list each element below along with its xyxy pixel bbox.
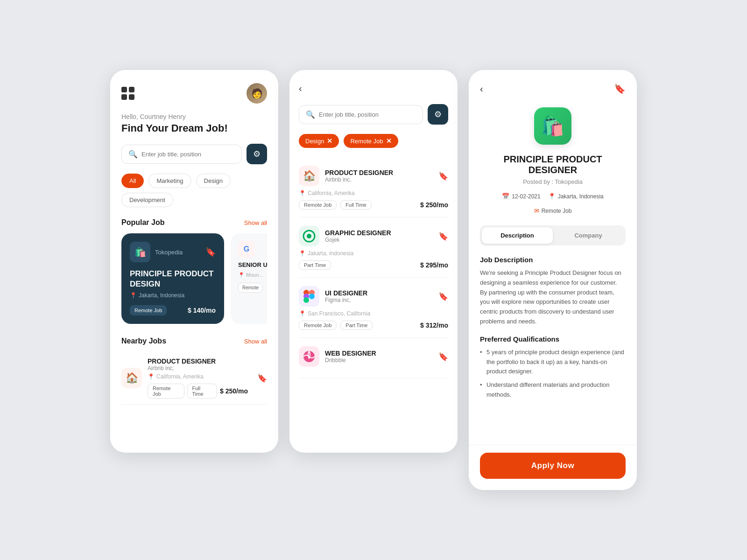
featured-job-card[interactable]: 🛍️ Tokopedia 🔖 PRINCIPLE PRODUCT DESIGN … bbox=[121, 233, 224, 324]
featured-bookmark-icon[interactable]: 🔖 bbox=[205, 247, 216, 257]
figma-location: 📍 San Francisco, California bbox=[299, 310, 448, 317]
tab-development[interactable]: Development bbox=[121, 193, 173, 207]
gojek-job-title: GRAPHIC DESIGNER bbox=[325, 229, 391, 237]
featured-job-title: PRINCIPLE PRODUCT DESIGN bbox=[130, 269, 216, 289]
featured-badge: Remote Job bbox=[130, 305, 167, 315]
detail-tabs: Description Company bbox=[480, 225, 626, 245]
calendar-icon: 📅 bbox=[502, 193, 509, 200]
search-input-2[interactable] bbox=[319, 111, 416, 118]
airbnb-tag-fulltime: Full Time bbox=[340, 200, 372, 210]
featured-company-name: Tokopedia bbox=[155, 249, 183, 256]
featured-company-logo: 🛍️ bbox=[130, 242, 150, 262]
search-input-wrap-2[interactable]: 🔍 bbox=[299, 105, 423, 124]
mini-job-title: SENIOR UI/UX DE bbox=[238, 261, 267, 269]
tab-description[interactable]: Description bbox=[482, 227, 553, 244]
gojek-logo bbox=[299, 226, 319, 246]
job-desc-title: Job Description bbox=[480, 256, 626, 264]
figma-tag-parttime: Part Time bbox=[340, 321, 373, 330]
popular-section-header: Popular Job Show all bbox=[121, 218, 267, 227]
tab-design[interactable]: Design bbox=[196, 174, 231, 188]
nearby-company-logo: 🏠 bbox=[121, 368, 142, 388]
job-list-item-airbnb[interactable]: 🏠 PRODUCT DESIGNER Airbnb inc, 🔖 📍 Calif… bbox=[299, 158, 448, 217]
search-icon-2: 🔍 bbox=[306, 110, 315, 119]
nearby-job-item[interactable]: 🏠 PRODUCT DESIGNER Airbnb inc, 📍 Califor… bbox=[121, 352, 267, 405]
back-button[interactable]: ‹ bbox=[299, 83, 302, 94]
featured-salary: $ 140/mo bbox=[188, 307, 216, 314]
dribbble-bookmark[interactable]: 🔖 bbox=[438, 352, 448, 362]
filter-chip-design[interactable]: Design ✕ bbox=[299, 134, 339, 148]
pref-item-2: Understand different materials and produ… bbox=[480, 380, 626, 400]
dribbble-logo bbox=[299, 346, 319, 367]
avatar[interactable]: 🧑 bbox=[247, 83, 267, 104]
apply-now-button[interactable]: Apply Now bbox=[480, 453, 626, 479]
headline-text: Find Your Dream Job! bbox=[121, 122, 267, 134]
gojek-tag-parttime: Part Time bbox=[299, 260, 331, 270]
apply-btn-wrap: Apply Now bbox=[469, 445, 637, 490]
screen-home: 🧑 Hello, Courtney Henry Find Your Dream … bbox=[110, 70, 278, 453]
popular-jobs-row: 🛍️ Tokopedia 🔖 PRINCIPLE PRODUCT DESIGN … bbox=[121, 233, 267, 324]
nearby-job-tags: Remote Job Full Time $ 250/mo bbox=[148, 384, 248, 399]
filter-button[interactable]: ⚙ bbox=[247, 144, 267, 164]
featured-job-location: 📍 Jakarta, Indonesia bbox=[130, 292, 216, 299]
detail-company-logo: 🛍️ bbox=[534, 107, 571, 145]
search-icon: 🔍 bbox=[128, 150, 138, 159]
airbnb-location: 📍 California, Amerika bbox=[299, 190, 448, 196]
gojek-footer: Part Time $ 295/mo bbox=[299, 260, 448, 270]
airbnb-bookmark[interactable]: 🔖 bbox=[438, 171, 448, 181]
figma-company: Figma inc, bbox=[325, 297, 367, 303]
airbnb-job-info: PRODUCT DESIGNER Airbnb inc, bbox=[325, 169, 393, 183]
detail-back-button[interactable]: ‹ bbox=[480, 84, 483, 94]
job-desc-text: We're seeking a Principle Product Design… bbox=[480, 268, 626, 327]
pref-list: 5 years of principle product design expe… bbox=[480, 348, 626, 400]
search-input-wrap[interactable]: 🔍 bbox=[121, 145, 242, 164]
figma-job-title: UI DESIGNER bbox=[325, 289, 367, 297]
detail-bookmark-icon[interactable]: 🔖 bbox=[614, 83, 626, 94]
job-list-item-gojek[interactable]: GRAPHIC DESIGNER Gojek 🔖 📍 Jakarta, Indo… bbox=[299, 218, 448, 278]
figma-tag-remote: Remote Job bbox=[299, 321, 337, 330]
job-list-item-dribbble[interactable]: WEB DESIGNER Dribbble 🔖 bbox=[299, 339, 448, 378]
mini-job-card[interactable]: G SENIOR UI/UX DE 📍 Moun... Remote bbox=[231, 233, 267, 324]
grid-icon[interactable] bbox=[121, 87, 134, 100]
detail-header: ‹ 🔖 bbox=[480, 83, 626, 94]
gojek-bookmark[interactable]: 🔖 bbox=[438, 231, 448, 241]
nearby-job-location: 📍 California, Amerika bbox=[148, 373, 248, 380]
gojek-location: 📍 Jakarta, Indonesia bbox=[299, 250, 448, 257]
filter-chip-remote-remove[interactable]: ✕ bbox=[386, 137, 392, 145]
filter-chip-design-remove[interactable]: ✕ bbox=[327, 137, 332, 145]
category-tabs: All Marketing Design Development bbox=[121, 174, 267, 207]
tab-all[interactable]: All bbox=[121, 174, 144, 188]
nearby-title: Nearby Jobs bbox=[121, 337, 166, 345]
nearby-job-info: PRODUCT DESIGNER Airbnb inc, 📍 Californi… bbox=[148, 357, 248, 399]
nearby-company-name: Airbnb inc, bbox=[148, 365, 248, 371]
screen-detail: ‹ 🔖 🛍️ PRINCIPLE PRODUCT DESIGNER Posted… bbox=[469, 70, 637, 490]
filter-chip-remote-label: Remote Job bbox=[350, 138, 383, 145]
figma-footer: Remote Job Part Time $ 312/mo bbox=[299, 321, 448, 330]
detail-scroll: ‹ 🔖 🛍️ PRINCIPLE PRODUCT DESIGNER Posted… bbox=[469, 70, 637, 445]
filter-button-2[interactable]: ⚙ bbox=[428, 104, 448, 125]
mini-job-location: 📍 Moun... bbox=[238, 272, 267, 278]
screens-container: 🧑 Hello, Courtney Henry Find Your Dream … bbox=[110, 70, 637, 490]
search-bar-2: 🔍 ⚙ bbox=[299, 104, 448, 125]
filter-chips: Design ✕ Remote Job ✕ bbox=[299, 134, 448, 148]
nearby-show-all[interactable]: Show all bbox=[244, 338, 267, 345]
job-list-item-figma[interactable]: UI DESIGNER Figma inc, 🔖 📍 San Francisco… bbox=[299, 279, 448, 338]
dribbble-job-info: WEB DESIGNER Dribbble bbox=[325, 350, 376, 364]
nearby-bookmark-icon[interactable]: 🔖 bbox=[257, 373, 267, 383]
location-icon: 📍 bbox=[130, 292, 137, 299]
filter-chip-remote[interactable]: Remote Job ✕ bbox=[344, 134, 398, 148]
popular-show-all[interactable]: Show all bbox=[244, 219, 267, 226]
tab-company[interactable]: Company bbox=[553, 227, 624, 244]
popular-title: Popular Job bbox=[121, 218, 164, 227]
tab-marketing[interactable]: Marketing bbox=[148, 174, 191, 188]
featured-card-top: 🛍️ Tokopedia 🔖 bbox=[130, 242, 216, 262]
figma-salary: $ 312/mo bbox=[420, 322, 448, 329]
figma-bookmark[interactable]: 🔖 bbox=[438, 292, 448, 301]
gojek-salary: $ 295/mo bbox=[420, 261, 448, 269]
airbnb-tag-remote: Remote Job bbox=[299, 200, 337, 210]
nearby-job-title: PRODUCT DESIGNER bbox=[148, 357, 248, 365]
search-bar: 🔍 ⚙ bbox=[121, 144, 267, 164]
figma-job-info: UI DESIGNER Figma inc, bbox=[325, 289, 367, 303]
airbnb-salary: $ 250/mo bbox=[420, 201, 448, 209]
svg-rect-5 bbox=[303, 297, 309, 303]
search-input[interactable] bbox=[141, 151, 235, 158]
